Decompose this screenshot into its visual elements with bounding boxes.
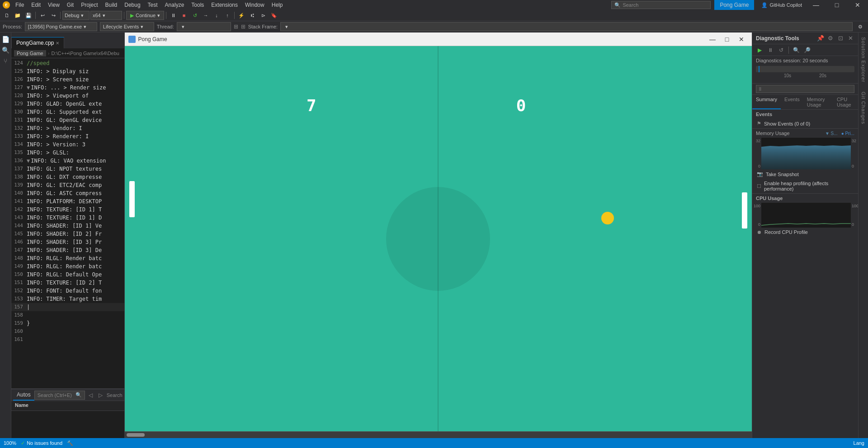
diagnostic-panel: Diagnostic Tools 📌 ⚙ ⊡ ✕ ▶ ⏸ ↺ 🔍 🔎 Diagn…: [752, 33, 858, 438]
show-threads-btn[interactable]: ⑆: [247, 11, 257, 20]
game-scrollbar[interactable]: [125, 431, 752, 438]
debug-config-dropdown[interactable]: Debug ▾: [62, 11, 90, 20]
autos-search-icon[interactable]: 🔍: [75, 392, 82, 398]
diag-play-btn[interactable]: ▶: [755, 46, 764, 55]
diag-settings-btn[interactable]: ⚙: [826, 34, 835, 42]
code-editor[interactable]: 124//speed 125INFO: > Display siz 126INF…: [11, 58, 124, 388]
menu-git[interactable]: Git: [63, 2, 77, 8]
git-changes-label[interactable]: Git Changes: [861, 87, 866, 129]
process-dropdown[interactable]: [13956] Pong Game.exe ▾: [25, 22, 97, 31]
record-cpu-item[interactable]: ⏺ Record CPU Profile: [752, 228, 858, 237]
close-button[interactable]: ✕: [847, 0, 868, 10]
menu-project[interactable]: Project: [77, 2, 101, 8]
menu-window[interactable]: Window: [241, 2, 268, 8]
timeline-area[interactable]: 10s 20s: [752, 65, 858, 83]
diag-tab-memory[interactable]: Memory Usage: [803, 95, 833, 109]
build-icon[interactable]: 🔨: [67, 440, 73, 446]
minimize-button[interactable]: —: [806, 0, 826, 10]
menu-view[interactable]: View: [44, 2, 63, 8]
toolbar-redo[interactable]: ↪: [48, 11, 58, 20]
game-maximize-btn[interactable]: □: [720, 34, 734, 44]
tab-close-icon[interactable]: ✕: [56, 41, 59, 46]
game-app-icon: [128, 36, 136, 43]
game-close-btn[interactable]: ✕: [735, 34, 748, 44]
exception-settings-btn[interactable]: ⚡: [236, 11, 246, 20]
score-right: 0: [516, 96, 526, 115]
diag-dock-btn[interactable]: ⊡: [836, 34, 844, 42]
restart-btn[interactable]: ↺: [190, 11, 200, 20]
diag-tab-cpu[interactable]: CPU Usage: [833, 95, 858, 109]
status-left: 100% ✓ No issues found 🔨: [4, 440, 73, 446]
status-bar: 100% ✓ No issues found 🔨 Lang: [0, 438, 868, 448]
menu-tools[interactable]: Tools: [188, 2, 208, 8]
game-minimize-btn[interactable]: —: [706, 34, 719, 44]
diag-zoom-reset-btn[interactable]: ↺: [777, 46, 786, 55]
autos-scroll[interactable]: [11, 411, 124, 438]
diag-close-btn[interactable]: ✕: [846, 34, 854, 42]
continue-button[interactable]: ▶ Continue ▾: [126, 11, 164, 20]
sidebar-search-icon[interactable]: 🔍: [0, 45, 10, 55]
autos-fwd-btn[interactable]: ▷: [97, 391, 105, 399]
col-name: Name: [11, 401, 124, 411]
solution-explorer-label[interactable]: Solution Explorer: [861, 33, 866, 87]
pause-btn[interactable]: ⏸: [168, 11, 178, 20]
bookmarks-btn[interactable]: 🔖: [269, 11, 279, 20]
take-snapshot-item[interactable]: 📷 Take Snapshot: [752, 169, 858, 179]
step-out-btn[interactable]: ↑: [222, 11, 232, 20]
toolbar-save[interactable]: 💾: [24, 11, 33, 20]
sidebar-explorer-icon[interactable]: 📄: [0, 34, 10, 44]
search-box[interactable]: 🔍 Search: [611, 1, 711, 9]
diag-zoom-out-btn[interactable]: 🔎: [802, 46, 811, 55]
menu-file[interactable]: File: [12, 2, 28, 8]
maximize-button[interactable]: □: [826, 0, 847, 10]
lifecycle-events-dropdown[interactable]: Lifecycle Events ▾: [100, 22, 154, 31]
menu-help[interactable]: Help: [268, 2, 287, 8]
cpu-section: CPU Usage 100 0 100 0: [752, 194, 858, 237]
menu-extensions[interactable]: Extensions: [208, 2, 241, 8]
autos-panel: Autos Search (Ctrl+E) 🔍 ◁ ▷ Search Name: [11, 388, 124, 438]
menu-analyze[interactable]: Analyze: [161, 2, 188, 8]
autos-search-input[interactable]: Search (Ctrl+E): [38, 392, 74, 398]
editor-area: PongGame.cpp ✕ Pong Game › D:\C++•\Pong …: [11, 33, 125, 438]
game-title-bar: Pong Game — □ ✕: [125, 33, 752, 46]
stop-btn[interactable]: ■: [179, 11, 189, 20]
diag-zoom-in-btn[interactable]: 🔍: [792, 46, 801, 55]
play-icon: ▶: [130, 13, 134, 19]
diag-pin-btn[interactable]: 📌: [816, 34, 825, 42]
menu-debug[interactable]: Debug: [121, 2, 144, 8]
menu-edit[interactable]: Edit: [28, 2, 44, 8]
step-into-btn[interactable]: ↓: [212, 11, 222, 20]
tree-item[interactable]: Pong Game: [14, 50, 46, 56]
autos-search[interactable]: Search (Ctrl+E) 🔍: [34, 391, 85, 400]
menu-test[interactable]: Test: [144, 2, 161, 8]
github-copilot[interactable]: 👤 GitHub Copilot: [758, 0, 806, 10]
platform-dropdown[interactable]: x64 ▾: [90, 11, 122, 20]
menu-build[interactable]: Build: [102, 2, 121, 8]
diag-filter-input[interactable]: [756, 85, 854, 93]
step-over-btn[interactable]: →: [201, 11, 211, 20]
editor-tab-pong[interactable]: PongGame.cpp ✕: [11, 37, 64, 48]
record-icon: ⏺: [757, 229, 762, 235]
diag-tab-summary[interactable]: Summary: [752, 95, 781, 109]
diag-toolbar: ▶ ⏸ ↺ 🔍 🔎: [752, 44, 858, 56]
settings-btn[interactable]: ⚙: [855, 22, 865, 31]
menu-bar: File Edit View Git Project Build Debug T…: [12, 2, 286, 8]
thread-dropdown[interactable]: ▾: [177, 22, 231, 31]
autos-tab[interactable]: Autos: [13, 390, 34, 401]
toolbar-open[interactable]: 📁: [13, 11, 23, 20]
autos-back-btn[interactable]: ◁: [87, 391, 95, 399]
sidebar-git-icon[interactable]: ⑂: [0, 56, 10, 66]
show-events-item[interactable]: ⚑ Show Events (0 of 0): [752, 119, 858, 128]
zoom-level[interactable]: 100%: [4, 440, 16, 446]
stack-label: Stack Frame:: [248, 24, 278, 29]
toolbar-undo[interactable]: ↩: [38, 11, 47, 20]
stack-frame-dropdown[interactable]: ▾: [280, 22, 853, 31]
diag-content: Events ⚑ Show Events (0 of 0) Memory Usa…: [752, 110, 858, 438]
toolbar-new[interactable]: 🗋: [2, 11, 12, 20]
show-next-stmt-btn[interactable]: ⊳: [258, 11, 268, 20]
heap-profiling-item[interactable]: ☐ Enable heap profiling (affects perform…: [752, 179, 858, 193]
status-right: Lang: [854, 440, 864, 446]
right-sidebar: Solution Explorer Git Changes: [858, 33, 868, 438]
diag-tab-events[interactable]: Events: [781, 95, 803, 109]
diag-pause-btn[interactable]: ⏸: [766, 46, 775, 55]
